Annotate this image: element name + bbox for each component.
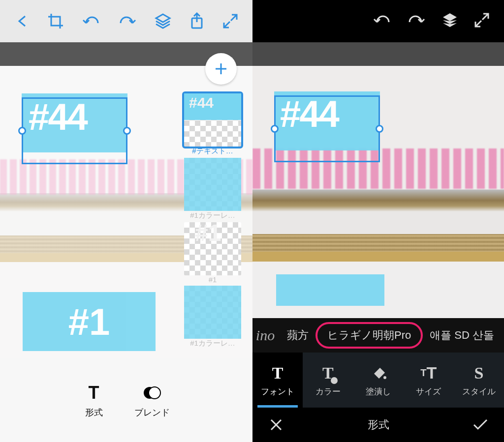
left-screenshot: #44 #1 #44 #テキスト… #1カラーレ… #1 [0,0,252,442]
bucket-icon [370,363,387,383]
layers-icon[interactable] [441,11,459,31]
text-icon: T [83,382,105,404]
text-object-secondary[interactable]: #1 [23,292,156,351]
format-tabs: T フォント T カラー 塗潰し TT サイズ S スタイル [252,353,504,408]
resize-handle-left[interactable] [18,127,26,135]
font-preview-glyph: ino [255,324,275,347]
crop-icon[interactable] [47,11,64,31]
font-picker[interactable]: ino 蘋方 ヒラギノ明朝Pro 애플 SD 산돌 [252,318,504,353]
right-canvas[interactable]: #44 [252,66,504,318]
size-icon: TT [420,363,437,383]
resize-handle-right[interactable] [123,127,131,135]
font-option[interactable]: 애플 SD 산돌 [423,325,501,346]
layer-item[interactable]: #44 #テキスト… [181,93,245,156]
left-toolbar [0,0,252,42]
left-bottom-bar: T 形式 ブレンド [0,358,252,442]
redo-icon[interactable] [407,13,426,29]
right-toolbar [252,0,504,42]
palette-icon: T [322,363,334,383]
blend-icon [141,382,163,404]
selection-frame[interactable] [274,95,380,162]
layer-label: #テキスト… [181,147,245,156]
layer-item[interactable]: #1 #1 [181,222,245,284]
fullscreen-icon[interactable] [473,12,490,30]
text-object-secondary-label: #1 [68,300,110,343]
tab-blend[interactable]: ブレンド [134,382,170,418]
tab-font[interactable]: T フォント [252,353,303,408]
layer-item[interactable]: #1カラーレ… [181,286,245,348]
layer-item[interactable]: #1カラーレ… [181,158,245,220]
footer-title: 形式 [368,417,389,432]
layers-panel: #44 #テキスト… #1カラーレ… #1 #1 #1カラーレ… [181,93,245,350]
text-object-secondary-preview [276,274,384,306]
resize-handle-right[interactable] [376,125,383,133]
font-option[interactable]: 蘋方 [280,325,315,346]
layer-label: #1 [181,275,245,284]
add-layer-button[interactable] [205,53,237,85]
right-footer: 形式 [252,408,504,442]
close-icon[interactable] [266,415,286,435]
undo-icon[interactable] [372,13,392,29]
tab-size[interactable]: TT サイズ [404,353,454,408]
font-option-selected[interactable]: ヒラギノ明朝Pro [320,325,418,346]
back-icon[interactable] [14,11,31,31]
layer-label: #1カラーレ… [181,339,245,348]
right-screenshot: #44 ino 蘋方 ヒラギノ明朝Pro 애플 SD 산돌 T フォント T カ… [252,0,504,442]
resize-handle-left[interactable] [271,125,279,133]
svg-point-2 [149,387,160,399]
undo-icon[interactable] [81,11,101,31]
tab-style[interactable]: S スタイル [454,353,504,408]
share-icon[interactable] [189,11,205,31]
text-icon: T [272,363,284,383]
tab-color[interactable]: T カラー [303,353,353,408]
right-title-band [252,42,504,66]
fullscreen-icon[interactable] [222,11,239,31]
style-icon: S [474,363,483,383]
tab-fill[interactable]: 塗潰し [353,353,403,408]
confirm-icon[interactable] [471,415,490,435]
tab-format[interactable]: T 形式 [83,382,105,418]
layers-icon[interactable] [154,11,172,31]
selection-frame[interactable] [22,97,127,164]
svg-point-3 [383,376,386,379]
redo-icon[interactable] [118,11,137,31]
